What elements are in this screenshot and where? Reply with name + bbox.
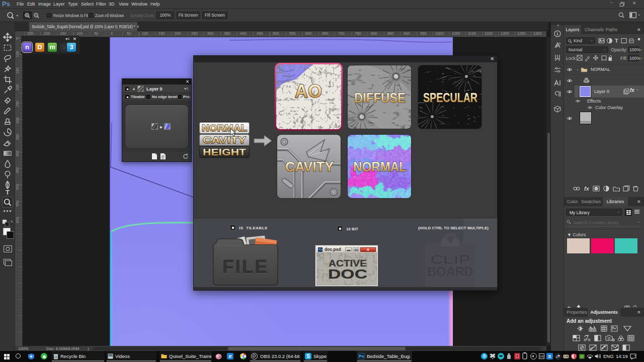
svg-text:HEIGHT: HEIGHT [203, 147, 246, 157]
svg-text:BOARD: BOARD [427, 264, 473, 279]
svg-text:CAVITY: CAVITY [203, 135, 246, 145]
svg-text:DE: DE [539, 355, 543, 358]
svg-text:CAVITY: CAVITY [285, 159, 334, 174]
svg-text:T: T [615, 38, 618, 44]
svg-text:DOC: DOC [328, 266, 367, 282]
svg-text:DIFFUSE: DIFFUSE [354, 90, 406, 106]
svg-text:FILE: FILE [222, 256, 269, 277]
svg-text:NORMAL: NORMAL [353, 159, 407, 174]
svg-text:AO: AO [295, 81, 322, 102]
svg-text:fx: fx [584, 186, 590, 192]
svg-text:SPECULAR: SPECULAR [423, 90, 477, 105]
svg-text:NORMAL: NORMAL [202, 123, 247, 133]
